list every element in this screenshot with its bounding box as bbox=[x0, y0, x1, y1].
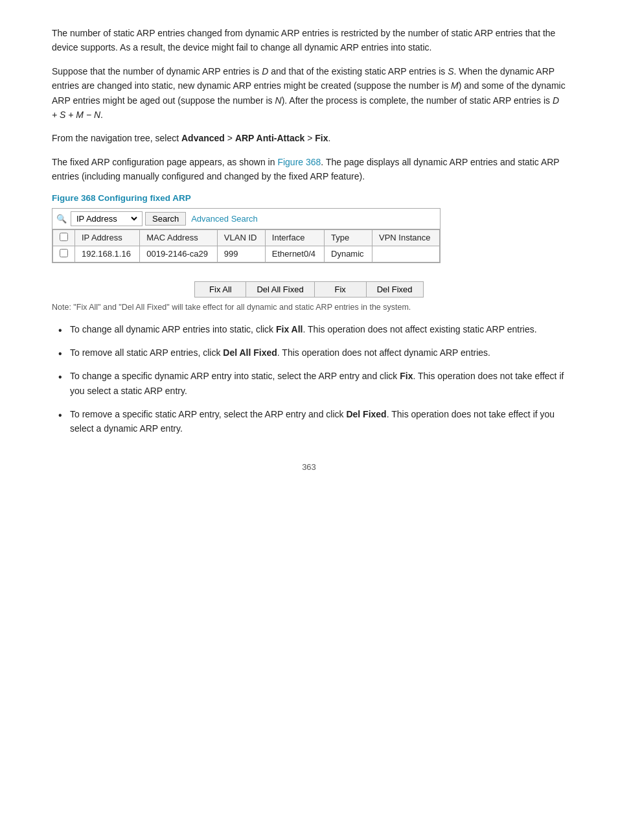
col-type: Type bbox=[325, 229, 372, 246]
col-mac-address: MAC Address bbox=[140, 229, 218, 246]
search-button[interactable]: Search bbox=[145, 212, 186, 226]
fix-all-ref: Fix All bbox=[276, 324, 303, 334]
row-vlan: 999 bbox=[217, 246, 265, 262]
page-number: 363 bbox=[52, 462, 566, 472]
formula: D + S + M − N bbox=[52, 95, 559, 120]
col-interface: Interface bbox=[265, 229, 324, 246]
nav-path: Advanced bbox=[181, 133, 225, 143]
paragraph-2: Suppose that the number of dynamic ARP e… bbox=[52, 64, 566, 122]
row-checkbox[interactable] bbox=[60, 249, 68, 257]
col-vlan-id: VLAN ID bbox=[217, 229, 265, 246]
paragraph-4: The fixed ARP configuration page appears… bbox=[52, 155, 566, 184]
var-S: S bbox=[448, 66, 453, 76]
table-header-row: IP Address MAC Address VLAN ID Interface… bbox=[53, 229, 440, 246]
table-row: 192.168.1.16 0019-2146-ca29 999 Ethernet… bbox=[53, 246, 440, 262]
search-icon: 🔍 bbox=[56, 214, 68, 224]
var-M: M bbox=[451, 80, 459, 91]
nav-path-3: Fix bbox=[315, 133, 328, 143]
fix-ref: Fix bbox=[400, 371, 413, 381]
var-N: N bbox=[275, 95, 282, 106]
advanced-search-link[interactable]: Advanced Search bbox=[191, 214, 258, 224]
col-ip-address: IP Address bbox=[75, 229, 140, 246]
row-vpn bbox=[372, 246, 440, 262]
fix-all-button[interactable]: Fix All bbox=[194, 281, 246, 298]
search-field-select[interactable]: IP Address MAC Address Interface bbox=[74, 213, 139, 224]
list-item-4: To remove a specific static ARP entry, s… bbox=[58, 407, 566, 436]
var-D: D bbox=[262, 66, 268, 76]
search-dropdown[interactable]: IP Address MAC Address Interface bbox=[71, 211, 143, 226]
figure-title: Figure 368 Configuring fixed ARP bbox=[52, 193, 566, 203]
list-item-2: To remove all static ARP entries, click … bbox=[58, 345, 566, 360]
search-bar: 🔍 IP Address MAC Address Interface Searc… bbox=[52, 209, 440, 229]
row-type: Dynamic bbox=[325, 246, 372, 262]
paragraph-3: From the navigation tree, select Advance… bbox=[52, 131, 566, 145]
del-fixed-ref: Del Fixed bbox=[346, 409, 386, 419]
del-fixed-button[interactable]: Del Fixed bbox=[367, 281, 424, 298]
list-item-1: To change all dynamic ARP entries into s… bbox=[58, 322, 566, 336]
row-interface: Ethernet0/4 bbox=[265, 246, 324, 262]
figure-link[interactable]: Figure 368 bbox=[277, 157, 321, 167]
row-mac: 0019-2146-ca29 bbox=[140, 246, 218, 262]
arp-action-buttons: Fix All Del All Fixed Fix Del Fixed bbox=[52, 281, 566, 298]
paragraph-1: The number of static ARP entries changed… bbox=[52, 26, 566, 55]
del-all-fixed-ref: Del All Fixed bbox=[223, 347, 277, 358]
arp-widget: 🔍 IP Address MAC Address Interface Searc… bbox=[52, 208, 441, 263]
arp-table: IP Address MAC Address VLAN ID Interface… bbox=[52, 229, 440, 262]
col-checkbox bbox=[53, 229, 75, 246]
list-item-3: To change a specific dynamic ARP entry i… bbox=[58, 369, 566, 398]
del-all-fixed-button[interactable]: Del All Fixed bbox=[246, 281, 314, 298]
row-checkbox-cell[interactable] bbox=[53, 246, 75, 262]
select-all-checkbox[interactable] bbox=[60, 233, 68, 241]
fix-button[interactable]: Fix bbox=[315, 281, 367, 298]
note-text: Note: "Fix All" and "Del All Fixed" will… bbox=[52, 303, 566, 312]
nav-path-2: ARP Anti-Attack bbox=[235, 133, 304, 143]
col-vpn-instance: VPN Instance bbox=[372, 229, 440, 246]
row-ip: 192.168.1.16 bbox=[75, 246, 140, 262]
bullet-list: To change all dynamic ARP entries into s… bbox=[52, 322, 566, 436]
